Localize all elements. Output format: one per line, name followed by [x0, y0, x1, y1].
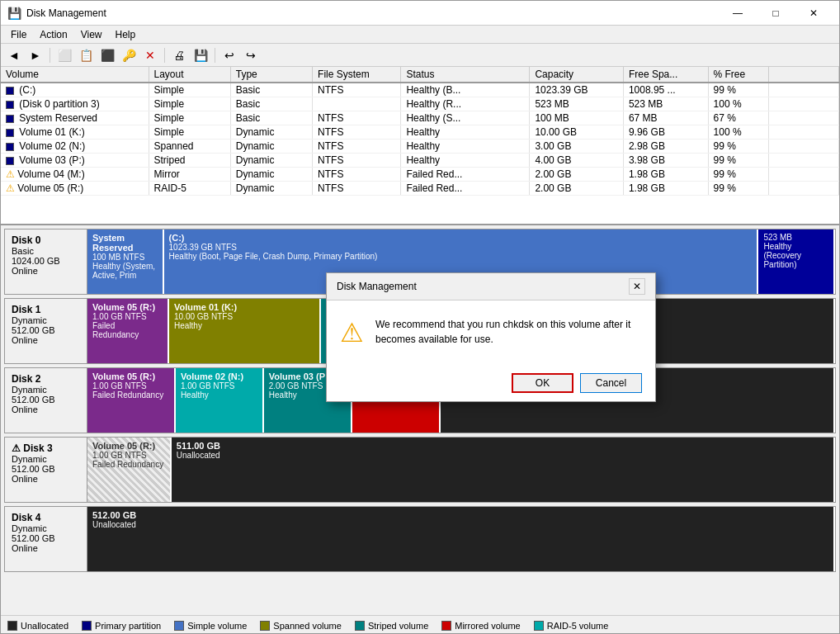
dialog-title: Disk Management [337, 281, 629, 292]
dialog-overlay: Disk Management ✕ ⚠ We recommend that yo… [0, 0, 840, 634]
dialog-message: We recommend that you run chkdsk on this… [375, 317, 642, 347]
app-window: 💾 Disk Management — □ ✕ File Action View… [0, 0, 840, 634]
dialog-ok-button[interactable]: OK [512, 373, 573, 393]
dialog-close-button[interactable]: ✕ [629, 278, 645, 295]
dialog-titlebar: Disk Management ✕ [327, 273, 655, 300]
dialog-warning-icon: ⚠ [340, 317, 364, 348]
dialog-cancel-button[interactable]: Cancel [580, 373, 642, 393]
dialog-body: ⚠ We recommend that you run chkdsk on th… [327, 300, 655, 365]
disk-management-dialog: Disk Management ✕ ⚠ We recommend that yo… [326, 272, 656, 402]
dialog-footer: OK Cancel [327, 365, 655, 401]
